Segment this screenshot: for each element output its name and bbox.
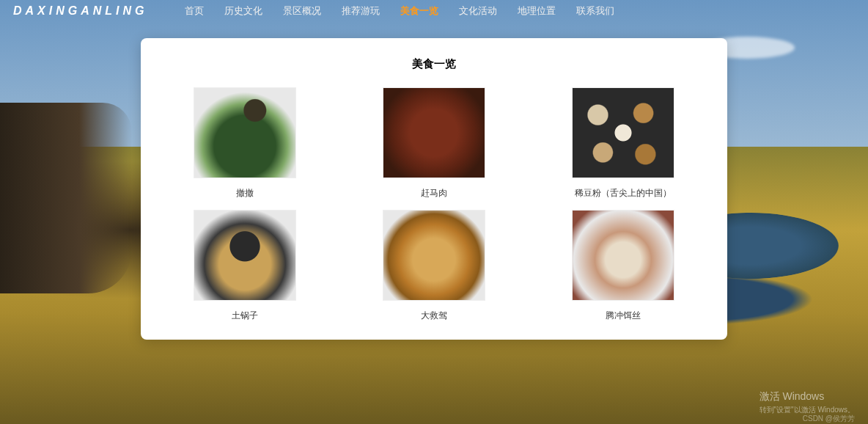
nav-item-5[interactable]: 文化活动 (459, 4, 497, 18)
nav-item-2[interactable]: 景区概况 (283, 4, 321, 18)
nav-item-7[interactable]: 联系我们 (576, 4, 614, 18)
food-image (194, 87, 296, 178)
food-image (572, 210, 674, 301)
food-item[interactable]: 腾冲饵丝 (572, 210, 674, 322)
food-image (383, 210, 485, 301)
food-item[interactable]: 稀豆粉（舌尖上的中国） (572, 87, 674, 200)
food-grid: 撤撤赶马肉稀豆粉（舌尖上的中国）土锅子大救驾腾冲饵丝 (163, 87, 705, 322)
nav-item-1[interactable]: 历史文化 (224, 4, 262, 18)
nav-item-4[interactable]: 美食一览 (400, 4, 438, 18)
top-bar: DAXINGANLING 首页历史文化景区概况推荐游玩美食一览文化活动地理位置联… (0, 0, 868, 22)
food-label: 赶马肉 (421, 187, 447, 200)
food-item[interactable]: 撤撤 (194, 87, 296, 200)
main-nav: 首页历史文化景区概况推荐游玩美食一览文化活动地理位置联系我们 (185, 4, 614, 18)
site-logo: DAXINGANLING (7, 4, 148, 18)
windows-activation-watermark: 激活 Windows 转到"设置"以激活 Windows。 (760, 390, 855, 415)
watermark-title: 激活 Windows (760, 390, 855, 403)
card-title: 美食一览 (163, 57, 705, 71)
food-image (383, 87, 485, 178)
food-image (572, 87, 674, 178)
nav-item-3[interactable]: 推荐游玩 (342, 4, 380, 18)
food-label: 腾冲饵丝 (606, 310, 641, 322)
food-label: 撤撤 (236, 187, 254, 200)
food-label: 稀豆粉（舌尖上的中国） (575, 187, 672, 200)
food-image (194, 210, 296, 301)
food-item[interactable]: 大救驾 (383, 210, 485, 322)
csdn-watermark: CSDN @侯芳芳 (803, 414, 855, 424)
food-label: 土锅子 (232, 310, 258, 322)
food-label: 大救驾 (421, 310, 447, 322)
nav-item-6[interactable]: 地理位置 (518, 4, 556, 18)
content-card: 美食一览 撤撤赶马肉稀豆粉（舌尖上的中国）土锅子大救驾腾冲饵丝 (141, 38, 727, 340)
nav-item-0[interactable]: 首页 (185, 4, 204, 18)
food-item[interactable]: 赶马肉 (383, 87, 485, 200)
food-item[interactable]: 土锅子 (194, 210, 296, 322)
